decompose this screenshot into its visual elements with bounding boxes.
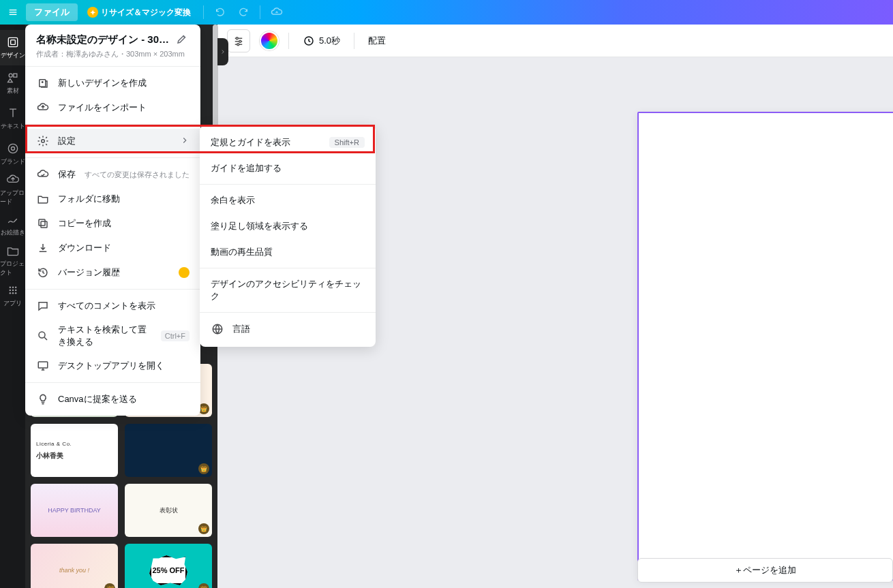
redo-icon[interactable] [234, 3, 253, 22]
comment-icon [36, 299, 50, 313]
svg-point-11 [12, 287, 14, 289]
design-meta: 作成者：梅澤あゆみさん・303mm × 203mm [36, 49, 190, 59]
svg-point-20 [42, 140, 45, 143]
cloud-check-icon [36, 168, 50, 181]
rail-apps[interactable]: アプリ [0, 278, 25, 313]
desktop-icon [36, 359, 50, 373]
template-card[interactable]: thank you !👑 [31, 544, 118, 588]
divider [200, 268, 376, 268]
resize-magic-button[interactable]: ✦ リサイズ＆マジック変換 [82, 4, 196, 21]
svg-point-29 [239, 40, 241, 42]
svg-point-13 [9, 290, 11, 292]
menu-comments[interactable]: すべてのコメントを表示 [25, 294, 200, 318]
divider [203, 5, 204, 19]
menu-move-folder[interactable]: フォルダに移動 [25, 187, 200, 211]
template-card[interactable]: HAPPY BIRTHDAY [31, 484, 118, 537]
color-picker-button[interactable] [260, 31, 279, 50]
svg-point-12 [14, 287, 16, 289]
copy-icon [36, 217, 50, 230]
submenu-quality[interactable]: 動画の再生品質 [200, 239, 376, 265]
undo-icon[interactable] [211, 3, 230, 22]
file-dropdown: 名称未設定のデザイン - 303... 作成者：梅澤あゆみさん・303mm × … [25, 25, 200, 416]
divider [260, 5, 260, 19]
svg-point-27 [236, 37, 238, 39]
submenu-add-guide[interactable]: ガイドを追加する [200, 155, 376, 181]
submenu-ruler[interactable]: 定規とガイドを表示 Shift+R [200, 129, 376, 155]
template-card[interactable]: Liceria & Co.小林香美 [31, 424, 118, 477]
pro-badge-icon: 👑 [198, 523, 209, 534]
rail-design[interactable]: デザイン [0, 30, 25, 65]
rail-brand[interactable]: ブランド [0, 136, 25, 172]
menu-download[interactable]: ダウンロード [25, 236, 200, 260]
template-card[interactable]: 表彰状👑 [125, 484, 212, 537]
svg-point-5 [9, 74, 12, 77]
pro-badge-icon [179, 267, 190, 278]
svg-point-15 [14, 290, 16, 292]
menu-save[interactable]: 保存 すべての変更は保存されました [25, 162, 200, 187]
projects-icon [6, 244, 20, 258]
template-card[interactable]: 25% OFF👑 [125, 544, 212, 588]
divider [200, 312, 376, 313]
menu-new-design[interactable]: 新しいデザインを作成 [25, 71, 200, 95]
elements-icon [6, 71, 20, 84]
rail-draw[interactable]: お絵描き [0, 207, 25, 243]
cloud-sync-icon[interactable] [267, 3, 286, 22]
shortcut-label: Shift+R [329, 137, 365, 148]
submenu-bleed[interactable]: 塗り足し領域を表示する [200, 213, 376, 239]
text-icon [6, 106, 20, 120]
new-design-icon [36, 76, 50, 90]
menu-desktop-app[interactable]: デスクトップアプリを開く [25, 354, 200, 378]
submenu-accessibility[interactable]: デザインのアクセシビリティをチェック [200, 271, 376, 309]
menu-suggest[interactable]: Canvaに提案を送る [25, 387, 200, 412]
menu-import[interactable]: ファイルをインポート [25, 95, 200, 120]
globe-icon [211, 322, 224, 336]
position-button[interactable]: 配置 [364, 32, 390, 50]
svg-rect-4 [10, 40, 15, 45]
bulb-icon [36, 392, 50, 406]
canvas-toolbar: 5.0秒 配置 [217, 25, 893, 57]
resize-label: リサイズ＆マジック変換 [101, 7, 191, 18]
svg-rect-22 [39, 219, 45, 226]
submenu-language[interactable]: 言語 [200, 315, 376, 343]
adjustments-button[interactable] [227, 29, 250, 52]
menu-find-replace[interactable]: テキストを検索して置き換える Ctrl+F [25, 318, 200, 354]
template-card[interactable]: 👑 [125, 424, 212, 477]
pro-badge-icon: 👑 [198, 583, 209, 588]
menu-version-history[interactable]: バージョン履歴 [25, 260, 200, 285]
divider [288, 33, 289, 49]
menu-settings[interactable]: 設定 [25, 129, 200, 153]
rail-text[interactable]: テキスト [0, 101, 25, 136]
svg-point-9 [11, 147, 14, 151]
draw-icon [6, 213, 20, 226]
collapse-panel-icon[interactable] [217, 38, 228, 65]
edit-title-icon[interactable] [176, 33, 190, 46]
svg-point-18 [14, 292, 16, 294]
svg-point-31 [237, 43, 239, 45]
import-icon [36, 101, 50, 114]
rail-uploads[interactable]: アップロード [0, 172, 25, 207]
download-icon [36, 241, 50, 255]
add-page-button[interactable]: ＋ページを追加 [637, 558, 893, 583]
svg-point-23 [39, 332, 45, 338]
search-icon [36, 329, 50, 343]
crown-icon: ✦ [87, 7, 98, 18]
design-page[interactable] [637, 112, 893, 581]
design-title: 名称未設定のデザイン - 303... [36, 33, 172, 46]
duration-button[interactable]: 5.0秒 [299, 32, 344, 50]
svg-point-8 [8, 144, 17, 153]
svg-rect-21 [41, 221, 47, 228]
svg-rect-6 [13, 74, 16, 77]
file-button[interactable]: ファイル [26, 3, 78, 21]
pro-badge-icon: 👑 [104, 583, 115, 588]
menu-make-copy[interactable]: コピーを作成 [25, 211, 200, 236]
left-rail: デザイン 素材 テキスト ブランド アップロード お絵描き プロジェクト アプ [0, 25, 25, 588]
svg-point-10 [9, 287, 11, 289]
rail-projects[interactable]: プロジェクト [0, 243, 25, 278]
rail-elements[interactable]: 素材 [0, 65, 25, 101]
svg-rect-24 [38, 362, 48, 368]
divider [354, 33, 354, 49]
uploads-icon [6, 173, 20, 187]
submenu-margin[interactable]: 余白を表示 [200, 187, 376, 213]
topbar: ファイル ✦ リサイズ＆マジック変換 [0, 0, 893, 25]
hamburger-menu-icon[interactable] [4, 3, 22, 21]
